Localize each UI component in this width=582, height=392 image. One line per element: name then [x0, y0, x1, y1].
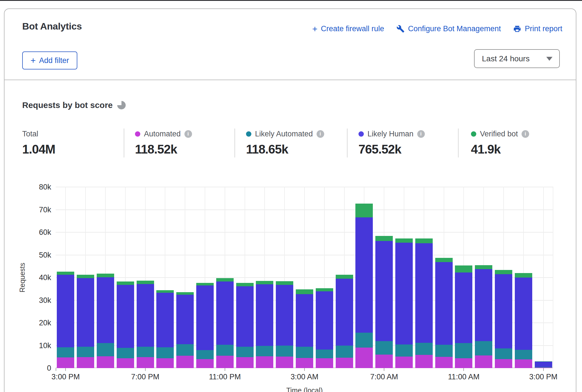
bar-segment-verified-bot [495, 270, 512, 274]
bar-segment-likely-automated [355, 333, 373, 348]
stat-divider [124, 129, 124, 157]
bar-segment-likely-automated [97, 343, 114, 356]
stacked-bar[interactable] [97, 274, 114, 368]
stacked-bar[interactable] [415, 238, 433, 368]
bar-segment-automated [336, 358, 353, 368]
stacked-bar[interactable] [216, 278, 234, 368]
stat-verified-bot-value: 41.9k [471, 142, 529, 156]
chevron-down-icon [546, 57, 552, 61]
y-tick-label: 30k [39, 296, 51, 305]
bar-segment-likely-automated [137, 347, 154, 357]
stat-automated-label: Automated [144, 130, 181, 138]
bar-segment-verified-bot [216, 278, 234, 281]
y-axis-labels: 010k20k30k40k50k60k70k80k [16, 187, 51, 368]
y-tick-label: 80k [39, 183, 51, 192]
bar-segment-likely-automated [375, 341, 393, 354]
stacked-bar[interactable] [176, 292, 194, 368]
stacked-bar[interactable] [77, 275, 94, 368]
axis-tick [304, 368, 305, 371]
stacked-bar[interactable] [316, 288, 333, 368]
bar-segment-automated [515, 359, 532, 368]
bar-segment-likely-human [236, 286, 254, 347]
info-icon[interactable]: i [184, 130, 192, 138]
stat-divider [234, 129, 235, 157]
add-filter-button[interactable]: + Add filter [22, 51, 77, 69]
bar-segment-likely-human [77, 278, 94, 347]
stacked-bar[interactable] [535, 361, 552, 368]
configure-bot-management-link[interactable]: Configure Bot Management [396, 24, 501, 33]
likely-automated-legend-dot [246, 131, 251, 137]
section-heading: Requests by bot score [22, 100, 126, 110]
stat-likely-automated-label: Likely Automated [255, 130, 313, 138]
bar-segment-likely-human [415, 243, 433, 343]
stacked-bar[interactable] [395, 238, 413, 368]
stacked-bar[interactable] [256, 281, 273, 368]
stacked-bar[interactable] [156, 290, 174, 368]
stacked-bar[interactable] [236, 283, 254, 368]
bar-segment-likely-human [137, 284, 154, 347]
bar-segment-likely-automated [156, 347, 174, 358]
stacked-bar[interactable] [196, 283, 214, 368]
create-firewall-rule-label: Create firewall rule [321, 24, 384, 33]
verified-bot-legend-dot [471, 131, 476, 137]
print-report-label: Print report [525, 24, 562, 33]
y-tick-label: 20k [39, 319, 51, 327]
bar-segment-automated [475, 355, 492, 368]
bar-segment-likely-human [296, 294, 313, 347]
info-icon[interactable]: i [317, 130, 324, 138]
bar-segment-automated [57, 357, 74, 368]
stat-divider [458, 129, 459, 157]
bar-segment-automated [316, 358, 333, 368]
stacked-bar[interactable] [57, 272, 74, 368]
automated-legend-dot [135, 131, 140, 137]
print-report-link[interactable]: Print report [513, 24, 562, 33]
info-icon[interactable]: i [417, 130, 425, 138]
bar-segment-likely-automated [515, 350, 532, 359]
stacked-bar[interactable] [117, 281, 134, 368]
bar-segment-likely-automated [495, 348, 512, 359]
section-title: Requests by bot score [22, 100, 113, 110]
bar-segment-verified-bot [475, 265, 492, 269]
time-range-dropdown[interactable]: Last 24 hours [474, 49, 560, 68]
bar-segment-likely-human [455, 272, 472, 343]
axis-tick [145, 368, 146, 371]
bar-segment-automated [355, 348, 373, 368]
create-firewall-rule-link[interactable]: + Create firewall rule [312, 24, 384, 33]
bar-segment-verified-bot [117, 281, 134, 285]
bar-segment-likely-automated [395, 344, 413, 357]
y-tick-label: 40k [39, 273, 51, 282]
stacked-bar[interactable] [375, 236, 393, 368]
bar-segment-likely-human [355, 217, 373, 333]
bar-segment-verified-bot [97, 274, 114, 277]
bot-analytics-page: Bot Analytics + Create firewall rule Con… [0, 0, 582, 392]
bar-segment-automated [77, 357, 94, 368]
header-actions: + Create firewall rule Configure Bot Man… [312, 24, 562, 33]
stat-divider [347, 129, 348, 157]
bar-segment-verified-bot [395, 238, 413, 243]
stacked-bar[interactable] [336, 275, 353, 368]
bar-segment-verified-bot [336, 275, 353, 279]
stacked-bar[interactable] [495, 270, 512, 368]
stacked-bar[interactable] [515, 273, 532, 368]
bar-segment-automated [395, 357, 413, 368]
bar-segment-likely-human [336, 279, 353, 346]
stacked-bar[interactable] [296, 289, 313, 368]
info-icon[interactable]: i [522, 130, 529, 138]
page-title: Bot Analytics [22, 21, 82, 32]
analytics-card: Bot Analytics + Create firewall rule Con… [4, 8, 576, 392]
stacked-bar[interactable] [475, 265, 492, 368]
stat-likely-automated: Likely Automated i 118.65k [246, 129, 324, 156]
axis-tick [543, 368, 544, 371]
stacked-bar[interactable] [435, 258, 453, 368]
bar-segment-likely-automated [455, 343, 472, 358]
bar-segment-automated [455, 358, 472, 368]
bar-segment-verified-bot [156, 290, 174, 293]
bar-segment-verified-bot [355, 204, 373, 217]
plus-icon: + [312, 25, 317, 33]
stacked-bar[interactable] [276, 281, 293, 368]
stacked-bar[interactable] [137, 281, 154, 368]
stacked-bar[interactable] [355, 204, 373, 368]
bar-segment-likely-human [435, 262, 453, 345]
bar-segment-likely-human [196, 285, 214, 350]
stacked-bar[interactable] [455, 265, 472, 368]
